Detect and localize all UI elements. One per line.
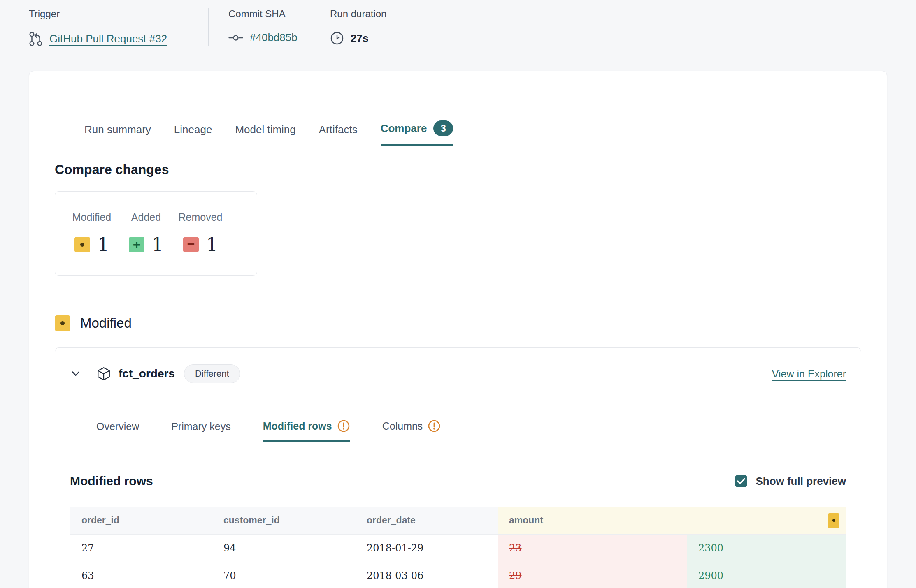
tab-run-summary[interactable]: Run summary: [84, 123, 151, 146]
commit-info: Commit SHA #40bd85b: [209, 8, 310, 46]
pull-request-icon: [29, 31, 43, 46]
chevron-down-icon[interactable]: [70, 368, 81, 380]
trigger-label: Trigger: [29, 8, 208, 20]
cell-amount-new: 2900: [687, 562, 846, 588]
run-tabs: Run summary Lineage Model timing Artifac…: [55, 71, 861, 146]
tab-columns[interactable]: Columns: [382, 419, 441, 442]
model-name: fct_orders: [119, 367, 175, 380]
run-detail-card: Run summary Lineage Model timing Artifac…: [29, 71, 887, 588]
model-header: fct_orders Different View in Explorer: [70, 348, 846, 383]
clock-icon: [330, 31, 344, 45]
commit-label: Commit SHA: [228, 8, 310, 20]
commit-icon: [228, 33, 243, 42]
modified-icon: [55, 315, 70, 331]
col-order-date: order_date: [355, 507, 498, 534]
modified-rows-tbody: 27942018-01-2923230063702018-03-06292900: [70, 534, 846, 588]
show-full-preview-label: Show full preview: [756, 475, 846, 488]
modified-rows-table: order_id customer_id order_date amount 2…: [70, 507, 846, 588]
duration-value: 27s: [351, 32, 368, 45]
model-tabs: Overview Primary keys Modified rows Colu…: [70, 419, 846, 442]
tab-artifacts[interactable]: Artifacts: [319, 123, 358, 146]
page-title: Compare changes: [55, 162, 861, 177]
status-badge: Different: [184, 364, 240, 383]
tab-compare[interactable]: Compare 3: [381, 120, 453, 146]
cell-amount-old: 23: [498, 534, 687, 562]
cell-customer-id: 70: [212, 562, 355, 588]
warning-icon: [428, 419, 441, 433]
cell-order-id: 63: [70, 562, 212, 588]
modified-section-title: Modified: [80, 315, 132, 331]
modified-section-header: Modified: [55, 315, 861, 331]
tab-lineage[interactable]: Lineage: [174, 123, 212, 146]
col-customer-id: customer_id: [212, 507, 355, 534]
duration-info: Run duration 27s: [310, 8, 386, 46]
tab-primary-keys[interactable]: Primary keys: [171, 421, 230, 442]
trigger-info: Trigger GitHub Pull Request #32: [29, 8, 208, 46]
show-full-preview-checkbox[interactable]: [735, 475, 747, 487]
cell-order-id: 27: [70, 534, 212, 562]
cell-customer-id: 94: [212, 534, 355, 562]
summary-modified-label: Modified: [72, 211, 112, 223]
show-full-preview-toggle[interactable]: Show full preview: [735, 475, 846, 488]
summary-added-label: Added: [131, 211, 161, 223]
tab-overview[interactable]: Overview: [96, 421, 139, 442]
modified-count: 1: [98, 234, 109, 255]
removed-icon: −: [183, 237, 199, 252]
added-icon: +: [129, 237, 144, 252]
col-order-id: order_id: [70, 507, 212, 534]
view-in-explorer-link[interactable]: View in Explorer: [772, 368, 846, 380]
compare-summary-card: Modified 1 Added + 1 Removed − 1: [55, 191, 257, 276]
added-count: 1: [152, 234, 163, 255]
summary-modified: Modified 1: [67, 211, 116, 255]
cell-order-date: 2018-03-06: [355, 562, 498, 588]
cell-order-date: 2018-01-29: [355, 534, 498, 562]
warning-icon: [337, 419, 350, 433]
model-diff-card: fct_orders Different View in Explorer Ov…: [55, 347, 861, 588]
col-amount: amount: [498, 507, 846, 534]
table-header-row: order_id customer_id order_date amount: [70, 507, 846, 534]
tab-modified-rows[interactable]: Modified rows: [263, 419, 350, 442]
commit-link[interactable]: #40bd85b: [250, 31, 298, 44]
cell-amount-new: 2300: [687, 534, 846, 562]
tab-model-timing[interactable]: Model timing: [235, 123, 295, 146]
summary-removed-label: Removed: [179, 211, 223, 223]
table-row: 63702018-03-06292900: [70, 562, 846, 588]
run-info-bar: Trigger GitHub Pull Request #32 Commit S…: [29, 8, 386, 46]
removed-count: 1: [206, 234, 218, 255]
duration-label: Run duration: [330, 8, 386, 20]
table-row: 27942018-01-29232300: [70, 534, 846, 562]
cell-amount-old: 29: [498, 562, 687, 588]
compare-count-badge: 3: [433, 120, 453, 136]
summary-removed: Removed − 1: [176, 211, 225, 255]
modified-column-icon: [828, 513, 839, 528]
trigger-link[interactable]: GitHub Pull Request #32: [49, 32, 167, 45]
model-cube-icon: [96, 366, 111, 381]
modified-rows-title: Modified rows: [70, 474, 153, 488]
summary-added: Added + 1: [122, 211, 170, 255]
modified-icon: [74, 237, 90, 252]
